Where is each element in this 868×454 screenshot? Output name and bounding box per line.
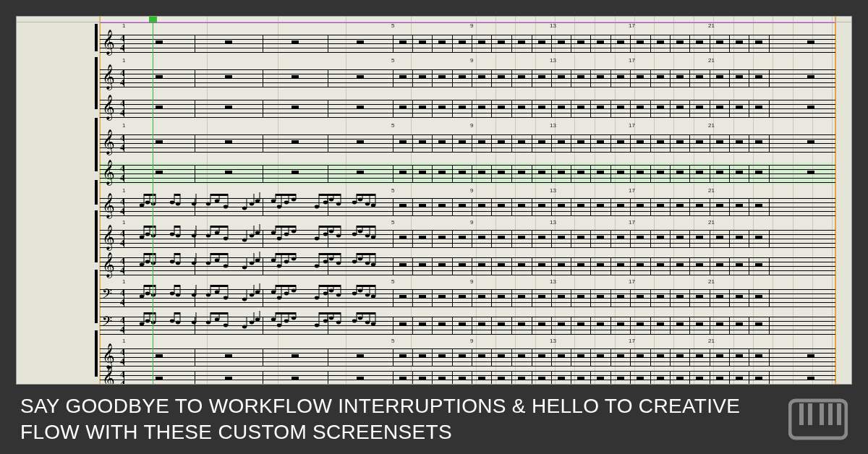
svg-point-174	[206, 294, 210, 297]
svg-point-199	[352, 292, 357, 296]
svg-point-108	[140, 263, 144, 267]
svg-point-19	[271, 200, 276, 203]
svg-point-88	[336, 234, 341, 238]
svg-point-2	[145, 201, 150, 205]
staff[interactable]: 𝄞44	[100, 371, 835, 385]
svg-point-187	[292, 289, 296, 293]
svg-point-61	[170, 233, 174, 236]
svg-point-106	[255, 231, 260, 235]
svg-point-190	[315, 296, 319, 300]
staff[interactable]: 𝄞44	[100, 35, 835, 52]
track-horn-2[interactable]: Horn 2𝄞44	[17, 371, 851, 385]
svg-rect-222	[144, 312, 156, 314]
svg-point-244	[315, 324, 319, 327]
svg-point-160	[255, 259, 260, 262]
svg-point-208	[192, 294, 196, 297]
svg-point-194	[329, 289, 333, 293]
track-english-horn[interactable]: English Horn𝄞44	[17, 193, 851, 220]
measure-numbers: 159131721	[100, 278, 835, 286]
svg-point-91	[352, 233, 357, 236]
svg-point-115	[170, 260, 174, 264]
svg-point-133	[292, 257, 296, 261]
svg-point-264	[242, 325, 247, 329]
staff[interactable]: 𝄞44	[100, 257, 835, 275]
svg-rect-252	[319, 312, 341, 314]
staff[interactable]: 𝄢44	[100, 289, 835, 307]
track-basson-1[interactable]: Basson 1𝄢44	[17, 284, 851, 312]
svg-point-142	[336, 262, 341, 265]
svg-point-75	[277, 237, 281, 241]
staff[interactable]: 𝄢44	[100, 317, 835, 334]
treble-clef-icon: 𝄞	[102, 367, 115, 385]
svg-point-178	[224, 296, 228, 300]
timeline-ruler[interactable]	[17, 17, 851, 22]
svg-point-54	[140, 236, 144, 239]
staff[interactable]: 𝄞44	[100, 230, 835, 247]
svg-point-52	[255, 200, 260, 203]
score-editor[interactable]: 159131721Piccolo𝄞44159131721Flute 1𝄞44Fl…	[16, 16, 852, 385]
svg-point-122	[215, 259, 219, 262]
track-flute-1[interactable]: Flute 1𝄞44	[17, 63, 851, 93]
svg-point-268	[255, 318, 260, 322]
svg-point-117	[176, 262, 180, 265]
treble-clef-icon: 𝄞	[102, 131, 115, 153]
treble-clef-icon: 𝄞	[102, 96, 115, 118]
staff[interactable]: 𝄞44	[100, 134, 835, 152]
svg-point-25	[292, 198, 296, 202]
svg-point-102	[242, 239, 247, 242]
instrument-gutter	[17, 17, 100, 384]
svg-point-145	[352, 260, 357, 264]
svg-point-14	[215, 200, 219, 203]
track-oboe-2[interactable]: Oboe 2𝄞44	[17, 158, 851, 189]
svg-point-196	[336, 294, 341, 297]
svg-point-248	[329, 317, 333, 320]
svg-point-73	[271, 231, 276, 235]
svg-point-192	[323, 292, 328, 296]
svg-point-149	[365, 262, 370, 265]
track-flute-2[interactable]: Flute 2𝄞44	[17, 93, 851, 124]
svg-point-216	[140, 322, 144, 326]
svg-point-7	[170, 201, 174, 205]
track-piccolo[interactable]: Piccolo𝄞44	[17, 28, 851, 59]
svg-point-37	[352, 201, 357, 205]
track-bb-clarinet-2[interactable]: Bb Clarinet 2𝄞44	[17, 252, 851, 280]
staff-bracket	[95, 57, 98, 109]
staff[interactable]: 𝄞44	[100, 165, 835, 182]
staff[interactable]: 𝄞44	[100, 100, 835, 117]
svg-point-257	[365, 321, 370, 325]
svg-point-239	[284, 320, 289, 323]
svg-point-140	[329, 257, 333, 261]
svg-point-158	[250, 262, 254, 265]
svg-point-23	[284, 201, 289, 205]
svg-point-68	[215, 231, 219, 235]
svg-point-138	[323, 260, 328, 264]
staff[interactable]: 𝄞44	[100, 198, 835, 215]
playhead[interactable]	[153, 20, 153, 384]
staff[interactable]: 𝄞44	[100, 69, 835, 87]
svg-point-120	[206, 262, 210, 265]
measure-numbers: 159131721	[100, 187, 835, 194]
track-bb-clarinet-1[interactable]: Bb Clarinet 1𝄞44	[17, 225, 851, 252]
svg-point-223	[170, 320, 174, 323]
track-oboe-1[interactable]: Oboe 1𝄞44	[17, 128, 851, 158]
measure-numbers: 159131721	[100, 57, 835, 64]
track-horn-1[interactable]: Horn 1𝄞44	[17, 343, 851, 371]
svg-point-166	[151, 294, 156, 297]
svg-point-70	[224, 237, 228, 241]
svg-point-129	[277, 265, 281, 268]
svg-rect-273	[820, 403, 824, 425]
svg-point-218	[145, 320, 150, 323]
svg-point-9	[176, 202, 180, 206]
staff[interactable]: 𝄞44	[100, 348, 835, 366]
svg-point-79	[292, 230, 296, 234]
svg-point-93	[358, 230, 362, 234]
piano-icon	[788, 398, 848, 441]
svg-point-181	[271, 291, 276, 294]
svg-point-232	[224, 324, 228, 327]
svg-point-100	[192, 234, 196, 238]
svg-point-124	[224, 265, 228, 268]
track-basson-2[interactable]: Basson 2𝄢44	[17, 312, 851, 339]
svg-point-86	[329, 230, 333, 234]
svg-rect-275	[837, 403, 841, 425]
svg-point-43	[371, 204, 375, 207]
